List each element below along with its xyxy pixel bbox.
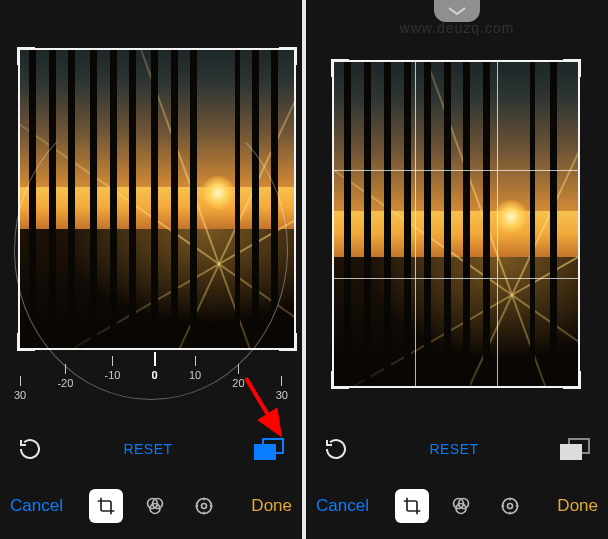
chevron-down-icon — [447, 6, 467, 16]
crop-mode-icon[interactable] — [395, 489, 429, 523]
bottom-toolbar: Cancel — [0, 473, 302, 539]
cancel-button[interactable]: Cancel — [10, 496, 74, 516]
done-button[interactable]: Done — [542, 496, 598, 516]
rotation-dial[interactable]: 30 -20 -10 0 10 20 30 — [14, 346, 288, 416]
svg-point-12 — [503, 499, 518, 514]
crop-toolbar: RESET — [0, 437, 302, 461]
svg-point-13 — [508, 504, 513, 509]
dial-tick: 10 — [189, 356, 201, 416]
svg-point-4 — [202, 504, 207, 509]
reset-button[interactable]: RESET — [429, 441, 478, 457]
aspect-ratio-button[interactable] — [254, 438, 284, 460]
crop-toolbar: RESET — [306, 437, 608, 461]
dial-tick: 30 — [276, 376, 288, 436]
filters-mode-icon[interactable] — [444, 489, 478, 523]
crop-canvas[interactable] — [332, 60, 580, 388]
dial-tick: -20 — [57, 364, 73, 424]
reset-button[interactable]: RESET — [123, 441, 172, 457]
dial-tick: -10 — [105, 356, 121, 416]
dial-tick: 20 — [232, 364, 244, 424]
bottom-toolbar: Cancel — [306, 473, 608, 539]
rotate-ccw-icon[interactable] — [324, 437, 348, 461]
adjust-mode-icon[interactable] — [187, 489, 221, 523]
crop-mode-icon[interactable] — [89, 489, 123, 523]
dial-tick-center: 0 — [152, 352, 158, 412]
watermark-text: www.deuzq.com — [306, 20, 608, 36]
annotation-arrow — [240, 372, 290, 447]
svg-point-3 — [197, 499, 212, 514]
pull-down-tab[interactable] — [434, 0, 480, 22]
editor-screen-left: 30 -20 -10 0 10 20 30 RESET — [0, 0, 302, 539]
dial-tick: 30 — [14, 376, 26, 436]
done-button[interactable]: Done — [236, 496, 292, 516]
cancel-button[interactable]: Cancel — [316, 496, 380, 516]
photo-preview — [332, 60, 580, 388]
photo-preview — [18, 48, 296, 350]
rotate-ccw-icon[interactable] — [18, 437, 42, 461]
filters-mode-icon[interactable] — [138, 489, 172, 523]
crop-canvas[interactable] — [18, 48, 296, 350]
adjust-mode-icon[interactable] — [493, 489, 527, 523]
editor-screen-right: www.deuzq.com — [306, 0, 608, 539]
aspect-ratio-button[interactable] — [560, 438, 590, 460]
